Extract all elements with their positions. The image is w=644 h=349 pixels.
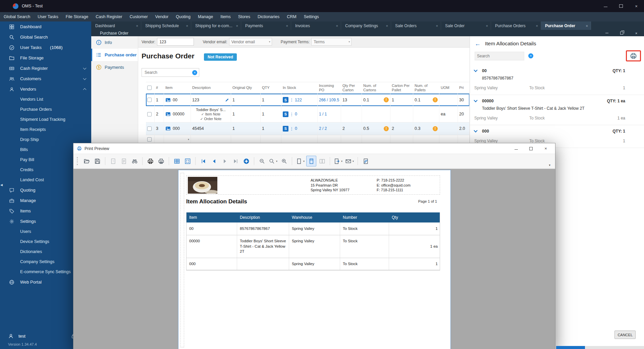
single-page-view-button[interactable] xyxy=(306,156,316,166)
num-of-pallets-cell[interactable]: 0.3! xyxy=(413,122,439,135)
close-tab-icon[interactable]: × xyxy=(586,24,588,28)
price-cell[interactable]: 20 xyxy=(458,106,470,122)
tab-purchase-orders[interactable]: Purchase Orders× xyxy=(491,21,541,30)
watermark-button[interactable] xyxy=(361,156,371,166)
mdi-restore-button[interactable] xyxy=(619,31,624,36)
tab-company-settings[interactable]: Company Settings× xyxy=(341,21,391,30)
row-checkbox[interactable] xyxy=(147,137,152,142)
row-checkbox[interactable] xyxy=(147,98,152,102)
allocation-detail-row[interactable]: Spring Valley To Stock 1 xyxy=(470,134,644,143)
incoming-po-cell[interactable]: 2 / 2 xyxy=(318,122,341,135)
nav-item-payments[interactable]: Payments xyxy=(91,61,138,73)
close-tab-icon[interactable]: × xyxy=(186,24,188,28)
minimize-button[interactable] xyxy=(598,0,613,12)
qty-per-carton-cell[interactable]: 13 xyxy=(341,94,362,106)
allocation-search-input[interactable] xyxy=(477,54,522,58)
print-preview-document-area[interactable]: ALWAZONSALE 15 Pearlman DR Spring Valley… xyxy=(73,169,555,349)
menu-customer[interactable]: Customer xyxy=(126,12,151,21)
zoom-out-button[interactable] xyxy=(257,156,267,166)
qty-per-carton-cell[interactable]: 2 xyxy=(341,122,362,135)
kebab-menu-icon[interactable]: ⋮ xyxy=(289,126,294,131)
uom-cell[interactable]: ea xyxy=(439,106,458,122)
item-cell[interactable]: 00000 xyxy=(164,106,191,122)
print-button[interactable] xyxy=(145,156,155,166)
incoming-po-cell[interactable]: 266 / 109.5 xyxy=(318,94,341,106)
menu-vendor[interactable]: Vendor xyxy=(152,12,172,21)
previous-page-button[interactable] xyxy=(209,156,219,166)
menu-quoting[interactable]: Quoting xyxy=(172,12,194,21)
kebab-menu-icon[interactable]: ⋮ xyxy=(289,97,294,102)
edit-document-button[interactable] xyxy=(119,156,129,166)
menu-file-storage[interactable]: File Storage xyxy=(62,12,92,21)
qty-per-carton-cell[interactable] xyxy=(341,106,362,122)
allocation-group-header[interactable]: 00000 QTY: 1 ea xyxy=(470,99,644,103)
cancel-button[interactable]: CANCEL xyxy=(614,331,636,339)
row-checkbox[interactable] xyxy=(147,127,152,131)
row-number-cell[interactable]: 1 xyxy=(155,94,164,106)
page-setup-button[interactable]: ▾ xyxy=(295,156,306,166)
table-row[interactable]: 2 00000 Toddler Boys' S... ✓Item Note ✓O… xyxy=(146,106,470,122)
back-arrow-button[interactable]: ← xyxy=(475,41,481,47)
incoming-po-link[interactable]: 2 / 2 xyxy=(319,126,327,131)
menu-manage[interactable]: Manage xyxy=(194,12,217,21)
edit-icon[interactable] xyxy=(225,98,229,102)
column-header-num[interactable]: # xyxy=(155,82,164,93)
sidebar-item-cash-register[interactable]: Cash Register xyxy=(0,63,91,73)
uom-cell[interactable] xyxy=(439,94,458,106)
first-page-button[interactable] xyxy=(198,156,208,166)
vendor-email-select[interactable]: ▾ xyxy=(229,38,272,46)
sidebar-item-vendors-list[interactable]: Vendors List xyxy=(0,94,91,104)
qty-cell[interactable]: 1 xyxy=(261,106,281,122)
email-document-button[interactable]: ▾ xyxy=(344,156,355,166)
sidebar-collapse-arrow[interactable]: ◀ xyxy=(0,183,3,187)
num-of-pallets-cell[interactable] xyxy=(413,106,439,122)
next-page-button[interactable] xyxy=(220,156,230,166)
maximize-button[interactable] xyxy=(613,0,629,12)
zoom-button[interactable]: ▾ xyxy=(268,156,278,166)
description-cell[interactable]: 123 xyxy=(191,94,231,106)
original-qty-cell[interactable]: 1 xyxy=(231,94,261,106)
price-cell[interactable]: 2.0 xyxy=(458,122,470,135)
vendor-input[interactable] xyxy=(157,38,194,46)
column-header-description[interactable]: Description xyxy=(191,82,231,93)
in-stock-link[interactable]: 0 xyxy=(295,126,297,131)
stock-badge[interactable]: S xyxy=(283,126,288,132)
chevron-down-icon[interactable]: ▾ xyxy=(188,138,189,141)
menu-global-search[interactable]: Global Search xyxy=(0,12,34,21)
payment-terms-input[interactable] xyxy=(311,38,352,46)
in-stock-link[interactable]: 0 xyxy=(295,112,297,116)
in-stock-cell[interactable]: S⋮0 xyxy=(281,122,318,135)
fit-to-page-button[interactable] xyxy=(182,156,193,166)
price-cell[interactable]: 30 xyxy=(458,94,470,106)
carton-per-pallet-cell[interactable]: 2 xyxy=(390,122,413,135)
menu-settings[interactable]: Settings xyxy=(300,12,323,21)
close-button[interactable]: × xyxy=(538,143,553,154)
description-cell[interactable]: 45454 xyxy=(191,122,231,135)
tab-payments[interactable]: Payments× xyxy=(241,21,291,30)
column-header-num-of-pallets[interactable]: Num. of Pallets xyxy=(413,82,439,93)
stock-badge[interactable]: S xyxy=(283,97,288,103)
row-checkbox[interactable] xyxy=(147,112,152,116)
column-header-original-qty[interactable]: Original Qty xyxy=(231,82,261,93)
minimize-button[interactable] xyxy=(509,143,524,154)
kebab-menu-icon[interactable]: ⋮ xyxy=(289,112,294,117)
column-header-qty[interactable]: QTY xyxy=(261,82,281,93)
close-tab-icon[interactable]: × xyxy=(336,24,338,28)
chevron-down-icon[interactable]: ▾ xyxy=(276,160,277,163)
chevron-down-icon[interactable]: ▾ xyxy=(341,160,342,163)
column-header-item[interactable]: Item xyxy=(164,82,191,93)
carton-per-pallet-cell[interactable]: 1 xyxy=(390,94,413,106)
table-row[interactable]: 3 000 45454 1 1 S⋮0 2 / 2 2 0.5! 2 0.3! … xyxy=(146,122,470,135)
in-stock-cell[interactable]: S⋮122 xyxy=(281,94,318,106)
close-tab-icon[interactable]: × xyxy=(286,24,288,28)
sidebar-item-user-tasks[interactable]: User Tasks(1068) xyxy=(0,42,91,53)
close-tab-icon[interactable]: × xyxy=(486,24,488,28)
num-of-pallets-cell[interactable]: 0.1! xyxy=(413,94,439,106)
export-document-button[interactable]: ▾ xyxy=(333,156,343,166)
menu-user-tasks[interactable]: User Tasks xyxy=(34,12,62,21)
allocation-group-header[interactable]: 000 QTY: 1 xyxy=(470,129,644,134)
incoming-po-link[interactable]: 266 / 109.5 xyxy=(319,98,339,102)
customize-grid-button[interactable] xyxy=(172,156,182,166)
column-header-uom[interactable]: UOM xyxy=(439,82,458,93)
num-of-cartons-cell[interactable] xyxy=(362,106,390,122)
